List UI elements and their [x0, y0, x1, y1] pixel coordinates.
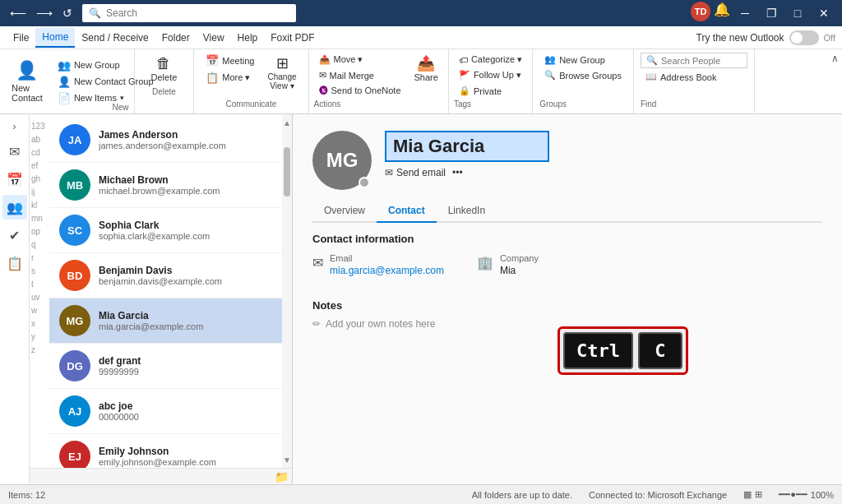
nav-calendar-icon[interactable]: 📅 — [2, 167, 27, 192]
alpha-mn[interactable]: mn — [31, 213, 48, 224]
move-button[interactable]: 📤 Move ▾ — [314, 53, 406, 67]
alpha-123[interactable]: 123 — [31, 121, 48, 132]
menu-home[interactable]: Home — [35, 28, 75, 48]
nav-notes-icon[interactable]: 📋 — [2, 251, 27, 275]
contact-email: james.anderson@example.com — [99, 141, 272, 150]
contact-info: def grant 99999999 — [99, 355, 272, 377]
forward-arrow[interactable]: ⟶ — [33, 5, 56, 21]
zoom-slider[interactable]: ━━●━━ — [779, 489, 807, 500]
contact-name: Emily Johnson — [99, 446, 272, 457]
more-icon: 📋 — [206, 72, 219, 84]
change-view-button[interactable]: ⊞ ChangeView ▾ — [262, 53, 301, 98]
more-options-button[interactable]: ••• — [452, 167, 463, 178]
share-label: Share — [414, 72, 438, 82]
alpha-cd[interactable]: cd — [31, 147, 48, 159]
contact-list-item[interactable]: AJ abc joe 00000000 — [49, 389, 282, 434]
back-arrow[interactable]: ⟵ — [7, 5, 30, 21]
alpha-x[interactable]: x — [31, 318, 48, 330]
nav-collapse-button[interactable]: › — [10, 118, 20, 136]
contact-name-field[interactable]: Mia Garcia — [385, 131, 549, 162]
send-email-button[interactable]: ✉ Send email — [385, 167, 446, 178]
search-people-box[interactable]: 🔍 — [641, 53, 747, 68]
groups-new-group-button[interactable]: 👥 New Group — [539, 53, 627, 67]
scroll-down-button[interactable]: ▼ — [282, 451, 292, 468]
mail-merge-button[interactable]: ✉ Mail Merge — [314, 68, 406, 82]
send-onenote-button[interactable]: 🅝 Send to OneNote — [314, 84, 406, 97]
alpha-ab[interactable]: ab — [31, 134, 48, 146]
more-button[interactable]: 📋 More ▾ — [201, 70, 259, 86]
nav-mail-icon[interactable]: ✉ — [2, 139, 27, 164]
alpha-gh[interactable]: gh — [31, 173, 48, 185]
address-book-button[interactable]: 📖 Address Book — [641, 70, 747, 84]
menu-folder[interactable]: Folder — [155, 29, 197, 47]
menu-foxit[interactable]: Foxit PDF — [264, 29, 321, 47]
menu-file[interactable]: File — [7, 29, 35, 47]
minimize-button[interactable]: ─ — [733, 2, 756, 25]
scrollbar[interactable]: ▲ ▼ — [282, 114, 292, 468]
alpha-ij[interactable]: ij — [31, 187, 48, 198]
ribbon-group-new: 👤 NewContact 👥 New Group 👤 New Contact G… — [0, 49, 135, 113]
contact-list-item[interactable]: MG Mia Garcia mia.garcia@example.com — [49, 298, 282, 344]
tab-overview[interactable]: Overview — [312, 200, 377, 223]
search-people-input[interactable] — [661, 56, 742, 66]
email-value[interactable]: mia.garcia@example.com — [330, 265, 444, 276]
alpha-kl[interactable]: kl — [31, 200, 48, 211]
meeting-button[interactable]: 📅 Meeting — [201, 53, 259, 68]
alpha-ef[interactable]: ef — [31, 160, 48, 172]
alpha-op[interactable]: op — [31, 226, 48, 238]
contact-name: James Anderson — [99, 129, 272, 141]
menu-bar: File Home Send / Receive Folder View Hel… — [0, 26, 842, 49]
alpha-r[interactable]: r — [31, 252, 48, 264]
maximize-button[interactable]: □ — [786, 2, 809, 25]
scroll-thumb[interactable] — [284, 147, 290, 197]
tab-contact[interactable]: Contact — [377, 200, 437, 223]
refresh-icon[interactable]: ↺ — [59, 5, 76, 21]
contact-list-item[interactable]: EJ Emily Johnson emily.johnson@example.c… — [49, 434, 282, 468]
ribbon-collapse-button[interactable]: ∧ — [831, 53, 839, 64]
alpha-z[interactable]: z — [31, 344, 48, 356]
alpha-w[interactable]: w — [31, 305, 48, 317]
email-label: Email — [330, 253, 444, 263]
card-view-icon[interactable]: ⊞ — [755, 489, 762, 500]
private-button[interactable]: 🔒 Private — [454, 84, 527, 98]
ctrl-key: Ctrl — [563, 332, 633, 369]
close-button[interactable]: ✕ — [812, 2, 835, 25]
contact-avatar: MG — [59, 305, 90, 336]
alpha-y[interactable]: y — [31, 331, 48, 343]
contact-list-item[interactable]: JA James Anderson james.anderson@example… — [49, 118, 282, 163]
tab-linkedin[interactable]: LinkedIn — [437, 200, 497, 223]
ribbon-find-label: Find — [641, 99, 747, 110]
menu-view[interactable]: View — [197, 29, 231, 47]
alpha-t[interactable]: t — [31, 279, 48, 290]
delete-button[interactable]: 🗑 Delete — [143, 53, 186, 86]
nav-contacts-icon[interactable]: 👥 — [2, 195, 27, 220]
nav-tasks-icon[interactable]: ✔ — [2, 223, 27, 247]
new-contact-button[interactable]: 👤 NewContact — [5, 57, 49, 106]
browse-groups-label: Browse Groups — [559, 71, 622, 81]
categorize-button[interactable]: 🏷 Categorize ▾ — [454, 53, 527, 67]
contact-list-item[interactable]: DG def grant 99999999 — [49, 344, 282, 389]
list-view-icon[interactable]: ▦ — [743, 489, 752, 500]
user-avatar[interactable]: TD — [691, 2, 710, 21]
contact-list-item[interactable]: BD Benjamin Davis benjamin.davis@example… — [49, 253, 282, 298]
pencil-icon: ✏ — [312, 318, 321, 330]
alpha-uv[interactable]: uv — [31, 292, 48, 303]
contact-list-item[interactable]: MB Michael Brown michael.brown@example.c… — [49, 163, 282, 208]
menu-send-receive[interactable]: Send / Receive — [75, 29, 155, 47]
try-outlook-toggle[interactable] — [789, 30, 819, 45]
notifications-icon[interactable]: 🔔 — [714, 2, 730, 25]
scroll-up-button[interactable]: ▲ — [282, 114, 292, 131]
share-button[interactable]: 📤 Share — [409, 53, 443, 86]
browse-groups-button[interactable]: 🔍 Browse Groups — [539, 68, 627, 82]
left-nav: › ✉ 📅 👥 ✔ 📋 — [0, 114, 30, 484]
contact-list-item[interactable]: SC Sophia Clark sophia.clark@example.com — [49, 208, 282, 253]
menu-help[interactable]: Help — [231, 29, 265, 47]
alpha-q[interactable]: q — [31, 239, 48, 251]
restore-button[interactable]: ❐ — [760, 2, 783, 25]
alpha-nav: 123 ab cd ef gh ij kl mn op q r s t uv w… — [30, 118, 49, 468]
title-search-bar[interactable]: 🔍 — [82, 4, 296, 22]
follow-up-button[interactable]: 🚩 Follow Up ▾ — [454, 68, 527, 82]
title-search-input[interactable] — [106, 7, 289, 19]
meeting-label: Meeting — [222, 56, 254, 66]
alpha-s[interactable]: s — [31, 266, 48, 277]
